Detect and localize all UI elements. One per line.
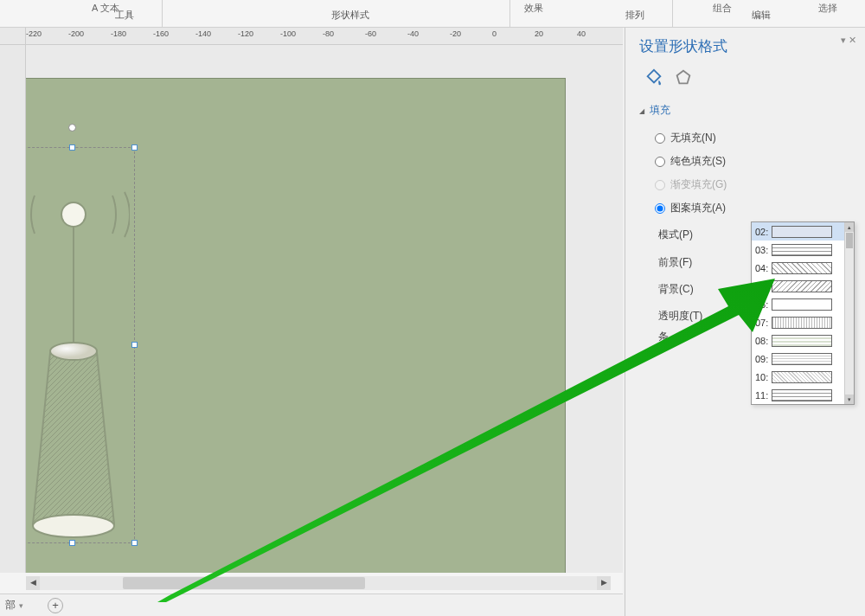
document-area: -220-200-180-160-140-120-100-80-60-40-20… (0, 28, 623, 616)
selection-box[interactable] (26, 147, 135, 543)
radio-pattern-fill[interactable]: 图案填充(A) (639, 196, 851, 220)
pattern-swatch (772, 389, 832, 401)
pattern-option-label: 09: (755, 354, 768, 364)
ribbon-group-tools: 工具 (86, 0, 163, 27)
pattern-swatch (772, 317, 832, 329)
pattern-option-label: 07: (755, 318, 768, 328)
fill-section-header[interactable]: 填充 (639, 103, 851, 118)
ruler-horizontal[interactable]: -220-200-180-160-140-120-100-80-60-40-20… (26, 28, 623, 45)
ruler-corner (0, 28, 26, 45)
radio-no-fill[interactable]: 无填充(N) (639, 126, 851, 150)
resize-handle[interactable] (131, 144, 138, 151)
ruler-tick: -160 (153, 29, 169, 38)
ruler-tick: -80 (323, 29, 334, 38)
pattern-option[interactable]: 02: (752, 222, 854, 241)
scrollbar-horizontal[interactable]: ◀ ▶ (26, 576, 597, 590)
pattern-swatch (772, 371, 832, 383)
scroll-thumb[interactable] (846, 233, 853, 248)
ruler-tick: -220 (26, 29, 42, 38)
ruler-tick: -60 (365, 29, 376, 38)
scroll-thumb[interactable] (123, 577, 365, 589)
pattern-option-label: 05: (755, 281, 768, 292)
panel-title: 设置形状格式 (639, 36, 851, 56)
ruler-tick: -200 (68, 29, 84, 38)
pattern-option[interactable]: 08: (752, 331, 854, 350)
pattern-option-label: 11: (755, 390, 768, 401)
ruler-tick: -20 (450, 29, 461, 38)
chevron-down-icon[interactable]: ▾ (19, 601, 23, 610)
pattern-swatch (772, 280, 832, 292)
ribbon-group-arrange: 排列 (597, 0, 673, 27)
select-label[interactable]: 选择 (818, 2, 837, 15)
canvas[interactable] (26, 45, 623, 573)
pattern-swatch (772, 353, 832, 365)
pattern-option-label: 08: (755, 336, 768, 346)
pattern-option[interactable]: 04: (752, 259, 854, 277)
pattern-option[interactable]: 07: (752, 313, 854, 331)
scroll-left-button[interactable]: ◀ (26, 576, 40, 590)
resize-handle[interactable] (131, 342, 138, 348)
radio-solid-fill[interactable]: 纯色填充(S) (639, 150, 851, 173)
pattern-option[interactable]: 03: (752, 241, 854, 259)
ruler-tick: -120 (238, 29, 253, 38)
scroll-right-button[interactable]: ▶ (597, 576, 611, 590)
pattern-option[interactable]: 05: (752, 277, 854, 295)
scroll-down-button[interactable]: ▾ (845, 395, 854, 404)
ruler-tick: -40 (407, 29, 419, 38)
pattern-option-label: 10: (755, 372, 768, 382)
pattern-swatch (772, 226, 832, 238)
add-page-button[interactable]: + (48, 598, 63, 613)
pattern-swatch (772, 298, 832, 311)
ruler-tick: -100 (280, 29, 296, 38)
status-bar: 部 ▾ + (0, 594, 623, 616)
rotate-handle[interactable] (68, 124, 76, 132)
dropdown-scrollbar[interactable]: ▴ ▾ (844, 222, 854, 404)
resize-handle[interactable] (69, 144, 75, 151)
pattern-swatch (772, 244, 832, 256)
ruler-vertical[interactable] (0, 45, 26, 573)
status-label: 部 (5, 598, 16, 613)
ruler-tick: 20 (535, 29, 543, 38)
pattern-option[interactable]: 10: (752, 368, 854, 386)
scroll-up-button[interactable]: ▴ (845, 222, 854, 232)
pattern-option-label: 02: (755, 227, 768, 237)
fill-tab-icon[interactable] (644, 68, 663, 87)
ribbon-group-shape-styles: 形状样式 (190, 0, 510, 27)
effects-label[interactable]: 效果 (524, 2, 543, 15)
ribbon: A 文本 工具 形状样式 效果 排列 组合 编辑 选择 (0, 0, 865, 28)
radio-gradient-fill: 渐变填充(G) (639, 173, 851, 196)
resize-handle[interactable] (69, 540, 75, 546)
pattern-option[interactable]: 11: (752, 386, 854, 404)
pattern-swatch (772, 262, 832, 274)
pattern-option[interactable]: 09: (752, 350, 854, 368)
pattern-dropdown[interactable]: 02:03:04:05:06:07:08:09:10:11: ▴ ▾ (751, 221, 855, 405)
effects-tab-icon[interactable] (674, 68, 693, 87)
pattern-option[interactable]: 06: (752, 295, 854, 313)
pattern-option-label: 06: (755, 299, 768, 310)
panel-close-button[interactable]: ▾ ✕ (841, 35, 856, 46)
ruler-tick: -180 (111, 29, 126, 38)
pattern-option-label: 03: (755, 245, 768, 255)
svg-marker-4 (677, 71, 690, 84)
pattern-swatch (772, 335, 832, 347)
ruler-tick: 40 (577, 29, 586, 38)
ruler-tick: -140 (195, 29, 211, 38)
ruler-tick: 0 (492, 29, 497, 38)
resize-handle[interactable] (131, 540, 138, 546)
pattern-option-label: 04: (755, 263, 768, 273)
ribbon-group-edit: 编辑 (709, 0, 813, 27)
